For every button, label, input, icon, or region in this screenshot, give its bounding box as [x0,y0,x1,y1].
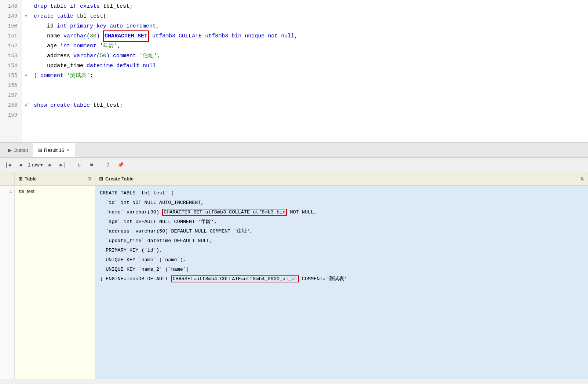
refresh-button[interactable]: ↻ [74,160,84,170]
code-line-149: create table tbl_test( [34,11,588,21]
table-col-icon: ⊞ [18,176,22,182]
code-area: 148 149 150 151 152 153 154 155 156 157 … [0,0,588,142]
code-line-156 [34,81,588,91]
results-container: ⊞ Table ⇅ ⊞ Create Table ⇅ 1 tbl_test [0,172,588,379]
row-num-1: 1 [0,186,14,197]
code-line-150: id int primary key auto_increment, [34,21,588,31]
line-numbers: 148 149 150 151 152 153 154 155 156 157 … [0,0,22,142]
horizontal-scrollbar[interactable] [0,379,588,384]
row-count-dropdown[interactable]: 1 row ▾ [28,162,43,168]
code-line-151: name varchar(30) CHARACTER SET utf8mb3 C… [34,31,588,41]
row-count-label: 1 row [28,162,40,168]
output-tab-icon: ▶ [8,147,12,153]
editor-section: 148 149 150 151 152 153 154 155 156 157 … [0,0,588,143]
code-line-159 [34,110,588,120]
table-name-cell[interactable]: tbl_test [15,186,95,197]
fold-icon-155[interactable]: ▼ [25,71,27,81]
create-col-sort-icon[interactable]: ⇅ [580,176,584,182]
code-line-152: age int comment '年龄', [34,41,588,51]
character-set-highlight: CHARACTER SET [103,30,149,42]
create-line-10: ) ENGINE=InnoDB DEFAULT CHARSET=utf8mb4 … [100,274,584,284]
create-col-icon: ⊞ [99,176,103,182]
create-line-9: UNIQUE KEY `name_2` (`name`) [100,265,584,274]
toolbar-separator-1 [71,161,71,169]
create-line-4: `age` int DEFAULT NULL COMMENT '年龄', [100,217,584,227]
nav-next-button[interactable]: ▶ [45,160,55,170]
create-table-column-header[interactable]: ⊞ Create Table ⇅ [95,172,588,185]
create-table-column: CREATE TABLE `tbl_test` ( `id` int NOT N… [95,186,588,379]
results-body: 1 tbl_test CREATE TABLE `tbl_test` ( `id… [0,186,588,379]
charset-highlight-result: CHARACTER SET utf8mb3 COLLATE utf8mb3_bi… [162,209,287,216]
create-line-6: `update_time` datetime DEFAULT NULL, [100,236,584,246]
result-tab-icon: ⊞ [38,147,42,153]
output-tab[interactable]: ▶ Output [3,143,33,157]
code-line-158: show create table tbl_test; [34,100,588,110]
code-line-157 [34,91,588,100]
result-tab-close[interactable]: ✕ [66,148,70,153]
code-content[interactable]: drop table if exists tbl_test; create ta… [31,0,588,142]
stop-button[interactable]: ■ [87,160,97,170]
table-col-label: Table [25,176,37,182]
results-header: ⊞ Table ⇅ ⊞ Create Table ⇅ [0,172,588,186]
row-info: 1 row ▾ [28,162,43,168]
row-number-column: 1 [0,186,15,379]
tab-bar: ▶ Output ⊞ Result 16 ✕ [0,143,588,158]
nav-prev-button[interactable]: ◀ [15,160,26,170]
code-line-155: ) comment '测试表'; [34,71,588,81]
table-col-sort-icon[interactable]: ⇅ [88,176,91,182]
bottom-panel: ▶ Output ⊞ Result 16 ✕ |◀ ◀ 1 row ▾ ▶ ▶|… [0,143,588,384]
create-col-label: Create Table [105,176,134,182]
output-tab-label: Output [14,147,28,153]
code-line-154: update_time datetime default null [34,61,588,71]
pin-button[interactable]: 📌 [116,160,126,170]
result-tab-label: Result 16 [44,147,64,153]
nav-first-button[interactable]: |◀ [3,160,13,170]
nav-last-button[interactable]: ▶| [58,160,68,170]
create-line-3: `name` varchar(30) CHARACTER SET utf8mb3… [100,208,584,217]
create-line-5: `address` varchar(50) DEFAULT NULL COMME… [100,227,584,236]
code-line-153: address varchar(50) comment '住址', [34,51,588,61]
toolbar-separator-2 [100,161,100,169]
toolbar: |◀ ◀ 1 row ▾ ▶ ▶| ↻ ■ ⤴ 📌 [0,158,588,172]
create-table-content[interactable]: CREATE TABLE `tbl_test` ( `id` int NOT N… [95,186,588,287]
code-line-148: drop table if exists tbl_test; [34,1,588,11]
fold-icon-149[interactable]: ▼ [25,11,27,21]
check-icon-158: ✓ [25,100,28,110]
export-button[interactable]: ⤴ [103,160,113,170]
create-line-1: CREATE TABLE `tbl_test` ( [100,189,584,198]
row-num-header-cell [0,172,15,185]
create-line-2: `id` int NOT NULL AUTO_INCREMENT, [100,198,584,208]
dropdown-arrow-icon: ▾ [40,162,43,168]
engine-charset-highlight-result: CHARSET=utf8mb4 COLLATE=utf8mb4_0900_ai_… [171,275,299,282]
result-tab[interactable]: ⊞ Result 16 ✕ [33,143,75,157]
table-name-column: tbl_test [15,186,95,379]
create-line-8: UNIQUE KEY `name` (`name`), [100,255,584,265]
create-line-7: PRIMARY KEY (`id`), [100,246,584,255]
table-column-header[interactable]: ⊞ Table ⇅ [15,172,95,185]
line-indicators: ▼ ▼ ✓ [22,0,31,142]
